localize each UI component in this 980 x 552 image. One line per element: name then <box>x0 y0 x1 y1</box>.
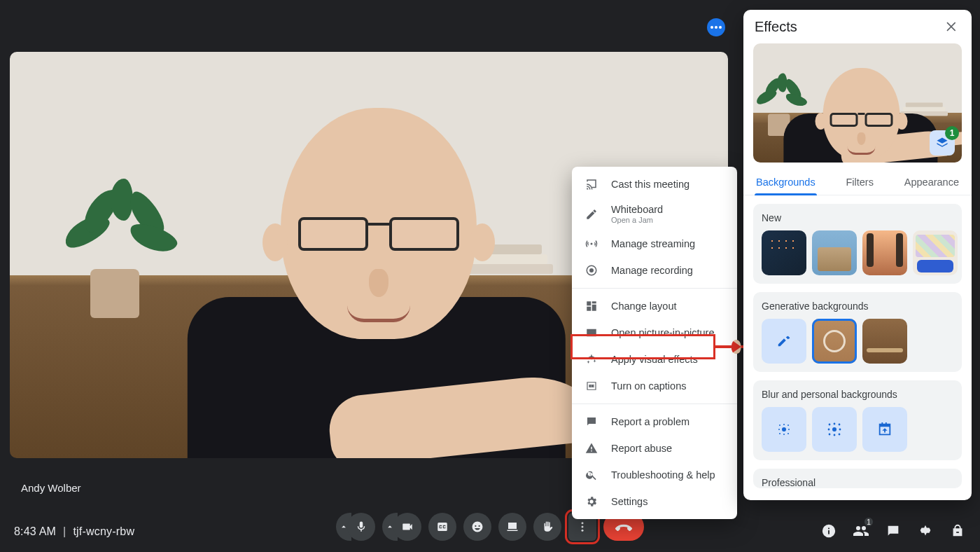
background-thumb-selected[interactable] <box>812 319 857 364</box>
stream-icon <box>584 237 598 251</box>
bottom-bar: 8:43 AM | tjf-wcny-rbw 1 <box>0 510 980 552</box>
close-icon[interactable] <box>944 18 960 35</box>
menu-manage-recording[interactable]: Manage recording <box>572 257 737 284</box>
effects-content: New Generative backgrounds Blur and pers… <box>743 195 972 500</box>
section-new-backgrounds: New <box>753 204 962 284</box>
effects-tabs: Backgrounds Filters Appearance <box>743 163 972 195</box>
section-professional: Professional <box>753 469 962 488</box>
section-blur-personal: Blur and personal backgrounds <box>753 380 962 460</box>
pip-icon <box>584 326 598 340</box>
applied-effects-button[interactable]: 1 <box>930 130 955 156</box>
menu-change-layout[interactable]: Change layout <box>572 293 737 319</box>
camera-toggle-button[interactable] <box>393 513 421 541</box>
overflow-menu: Cast this meeting WhiteboardOpen a Jam M… <box>572 167 737 519</box>
section-title: New <box>762 212 953 223</box>
participant-name-label: Andy Wolber <box>21 482 81 494</box>
svg-point-4 <box>589 268 594 272</box>
blur-button[interactable] <box>812 407 857 452</box>
svg-point-22 <box>839 434 841 436</box>
meet-window: Andy Wolber 8:43 AM | tjf-wcny-rbw <box>0 0 980 552</box>
tab-filters[interactable]: Filters <box>844 171 874 195</box>
reactions-button[interactable] <box>463 513 491 541</box>
svg-point-10 <box>788 429 790 430</box>
slight-blur-button[interactable] <box>762 407 806 452</box>
background-thumb[interactable] <box>812 230 857 275</box>
menu-pip[interactable]: Open picture-in-picture <box>572 319 737 346</box>
self-view-options-button[interactable] <box>707 18 725 36</box>
pencil-icon <box>584 207 598 221</box>
menu-label: Report a problem <box>611 416 690 427</box>
generate-background-button[interactable] <box>762 319 806 364</box>
svg-point-14 <box>832 427 836 432</box>
menu-cast-meeting[interactable]: Cast this meeting <box>572 171 737 198</box>
svg-point-5 <box>782 427 786 432</box>
svg-point-9 <box>778 429 780 430</box>
present-screen-button[interactable] <box>498 513 526 541</box>
menu-whiteboard[interactable]: WhiteboardOpen a Jam <box>572 198 737 230</box>
background-thumb[interactable] <box>862 319 907 364</box>
tab-appearance[interactable]: Appearance <box>903 171 960 195</box>
menu-report-abuse[interactable]: Report abuse <box>572 435 737 462</box>
menu-manage-streaming[interactable]: Manage streaming <box>572 230 737 257</box>
cc-icon <box>584 379 598 393</box>
upload-background-button[interactable] <box>862 407 907 452</box>
meeting-meta: 8:43 AM | tjf-wcny-rbw <box>14 525 134 538</box>
background-thumb[interactable] <box>762 230 806 275</box>
effects-panel: Effects 1 Backgrounds Filters Appearance <box>743 10 972 500</box>
background-thumb[interactable] <box>913 230 958 275</box>
effects-preview: 1 <box>753 43 962 163</box>
menu-settings[interactable]: Settings <box>572 488 737 515</box>
menu-label: Troubleshooting & help <box>611 469 715 481</box>
svg-point-21 <box>834 434 836 436</box>
svg-point-1 <box>582 526 584 528</box>
captions-toggle-button[interactable] <box>428 513 456 541</box>
background-thumb[interactable] <box>862 230 907 275</box>
menu-sub: Open a Jam <box>611 216 663 224</box>
right-panel-icons: 1 <box>820 523 966 539</box>
people-count-badge: 1 <box>864 517 874 527</box>
meeting-details-button[interactable] <box>820 523 837 539</box>
menu-label: Apply visual effects <box>611 354 698 365</box>
menu-label: Cast this meeting <box>611 179 690 190</box>
menu-report-problem[interactable]: Report a problem <box>572 408 737 435</box>
svg-point-11 <box>779 433 780 434</box>
sparkle-icon <box>584 352 598 366</box>
svg-point-18 <box>828 429 830 431</box>
section-title: Blur and personal backgrounds <box>762 389 953 400</box>
svg-point-16 <box>834 423 836 425</box>
menu-divider <box>572 288 737 289</box>
section-generative-backgrounds: Generative backgrounds <box>753 292 962 372</box>
host-controls-button[interactable] <box>949 523 966 539</box>
menu-label: Manage streaming <box>611 238 695 249</box>
section-title: Professional <box>762 477 953 488</box>
menu-label: Open picture-in-picture <box>611 327 715 338</box>
menu-turn-on-captions[interactable]: Turn on captions <box>572 373 737 399</box>
layout-icon <box>584 299 598 313</box>
svg-point-7 <box>783 424 785 425</box>
menu-label: Change layout <box>611 301 677 312</box>
clock-label: 8:43 AM <box>14 525 56 538</box>
help-icon <box>584 468 598 482</box>
activities-panel-button[interactable] <box>917 523 934 539</box>
menu-label: Report abuse <box>611 443 672 454</box>
svg-point-13 <box>788 433 789 434</box>
chat-panel-button[interactable] <box>885 523 902 539</box>
mic-toggle-button[interactable] <box>347 513 375 541</box>
meeting-code-label: tjf-wcny-rbw <box>73 525 134 538</box>
raise-hand-button[interactable] <box>533 513 561 541</box>
svg-point-17 <box>839 424 841 426</box>
tab-backgrounds[interactable]: Backgrounds <box>755 171 817 195</box>
svg-point-8 <box>788 425 789 426</box>
menu-apply-visual-effects[interactable]: Apply visual effects <box>572 346 737 373</box>
cast-icon <box>584 177 598 191</box>
svg-point-19 <box>839 429 841 431</box>
abuse-icon <box>584 441 598 455</box>
menu-troubleshooting[interactable]: Troubleshooting & help <box>572 462 737 488</box>
applied-effects-count: 1 <box>945 126 959 140</box>
svg-point-2 <box>582 530 584 532</box>
svg-point-12 <box>783 434 785 435</box>
svg-point-0 <box>582 522 584 524</box>
people-panel-button[interactable]: 1 <box>853 523 869 539</box>
section-title: Generative backgrounds <box>762 301 953 312</box>
feedback-icon <box>584 415 598 429</box>
